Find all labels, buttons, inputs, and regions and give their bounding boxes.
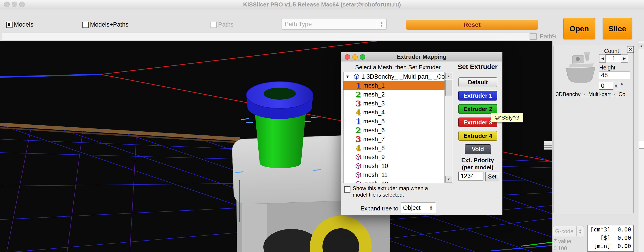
path-type-value: Path Type: [282, 21, 377, 28]
extruder-number-icon: 2: [353, 90, 363, 99]
dialog-title: Extruder Mapping: [341, 52, 502, 61]
extruder-mapping-dialog: Extruder Mapping Select a Mesh, then Set…: [341, 52, 502, 215]
scroll-down-icon[interactable]: ▼: [446, 176, 452, 183]
tree-item-label: mesh_10: [363, 163, 388, 170]
dialog-subtitle: Select a Mesh, then Set Extruder: [343, 64, 452, 71]
cube-icon: [353, 73, 360, 80]
extruder-number-icon: 4: [353, 108, 363, 117]
z-slider-thumb[interactable]: [544, 141, 552, 150]
kisslicer-window: KISSlicer PRO v1.5 Release Mac64 (setar@…: [0, 0, 644, 252]
tree-root-row[interactable]: ▼ 1 3DBenchy_-_Multi-part_-_Co: [344, 72, 453, 81]
tree-item-mesh-4[interactable]: 4 mesh_4: [344, 108, 453, 117]
show-map-checkbox[interactable]: [344, 186, 350, 193]
models-label: Models: [14, 21, 33, 28]
expand-tree-dropdown[interactable]: Object ▲▼: [400, 202, 436, 213]
stats-box: [cm^3]0.00 [$]0.00 [min]0.00: [587, 225, 634, 252]
tree-item-label: mesh_1: [363, 82, 385, 89]
tree-item-label: mesh_5: [363, 118, 385, 125]
dialog-titlebar[interactable]: Extruder Mapping: [341, 52, 502, 61]
expand-tree-label: Expand tree to: [348, 205, 398, 212]
model-thumbnail[interactable]: [564, 48, 597, 86]
bed-grid-vertical-lines: [7, 127, 136, 252]
tree-item-mesh-7[interactable]: 3 mesh_7: [344, 135, 453, 144]
ext-priority-label: Ext. Priority: [453, 157, 502, 164]
extruder-4-button[interactable]: Extruder 4: [458, 131, 497, 141]
extruder-1-button[interactable]: Extruder 1: [458, 91, 497, 101]
count-field[interactable]: 1: [606, 54, 622, 62]
benchy-left-wall: [242, 203, 267, 252]
tree-item-label: mesh_2: [363, 91, 385, 98]
list-scrollbar[interactable]: ▲ ▼: [444, 72, 453, 183]
tree-item-label: mesh_12: [363, 180, 388, 183]
tree-item-mesh-3[interactable]: 3 mesh_3: [344, 99, 453, 108]
tree-item-mesh-12[interactable]: mesh_12: [344, 179, 453, 183]
tree-item-mesh-6[interactable]: 2 mesh_6: [344, 126, 453, 135]
rotation-field[interactable]: 0: [599, 82, 614, 90]
radio-dot-icon: [8, 23, 10, 26]
extruder-number-icon: 1: [353, 81, 363, 90]
extruder-number-icon: 3: [353, 135, 363, 144]
path-percent-slider[interactable]: [2, 33, 536, 40]
disclosure-triangle-icon[interactable]: ▼: [345, 74, 352, 79]
dialog-zoom-button[interactable]: [360, 54, 365, 60]
window-title: KISSlicer PRO v1.5 Release Mac64 (setar@…: [0, 0, 644, 9]
scroll-up-icon[interactable]: ▲: [446, 73, 452, 79]
tree-item-mesh-1[interactable]: 1 mesh_1: [344, 81, 453, 90]
z-value: 0.100: [554, 245, 567, 252]
panel-scrollbar[interactable]: ▲: [638, 41, 644, 252]
tree-item-mesh-5[interactable]: 1 mesh_5: [344, 117, 453, 126]
open-button[interactable]: Open: [564, 18, 595, 39]
void-button[interactable]: Void: [465, 144, 491, 154]
remove-model-button[interactable]: X: [627, 46, 634, 53]
tree-item-label: mesh_6: [363, 127, 385, 134]
tree-item-mesh-2[interactable]: 2 mesh_2: [344, 90, 453, 99]
height-label: Height: [599, 64, 615, 71]
dialog-close-button[interactable]: [344, 54, 350, 60]
per-model-label: (per model): [453, 164, 502, 171]
slider-thumb[interactable]: [530, 33, 536, 39]
extruder-2-button[interactable]: Extruder 2: [458, 104, 497, 114]
cube-icon: [354, 172, 362, 178]
gcode-dropdown: G-code ▲▼: [553, 226, 584, 236]
tree-item-label: mesh_7: [363, 136, 385, 143]
paths-checkbox: [210, 22, 217, 28]
tree-item-mesh-11[interactable]: mesh_11: [344, 170, 453, 179]
models-radio[interactable]: [6, 22, 12, 28]
slice-button[interactable]: Slice: [603, 18, 632, 39]
list-scrollbar-thumb[interactable]: [446, 80, 452, 96]
tree-item-label: mesh_9: [363, 154, 385, 161]
reset-button[interactable]: Reset: [406, 20, 538, 30]
expand-tree-value: Object: [401, 204, 426, 211]
show-map-label: Show this extruder map when a model tile…: [353, 185, 442, 198]
tree-item-label: mesh_3: [363, 100, 385, 107]
tree-item-label: mesh_4: [363, 109, 385, 116]
cube-icon: [354, 163, 362, 169]
tree-item-mesh-9[interactable]: mesh_9: [344, 153, 453, 161]
path-type-dropdown: Path Type ▲▼: [281, 19, 386, 29]
cube-icon: [354, 154, 362, 160]
tree-item-label: mesh_8: [363, 145, 385, 152]
rotation-spinner-icons[interactable]: ▲▼: [613, 82, 619, 90]
model-name-label: 3DBenchy_-_Multi-part_-_Co: [556, 91, 632, 97]
titlebar: KISSlicer PRO v1.5 Release Mac64 (setar@…: [0, 0, 644, 9]
default-extruder-button[interactable]: Default: [458, 77, 497, 87]
panel-scrollbar-thumb[interactable]: [639, 141, 644, 148]
path-percent-label: Path%: [540, 33, 558, 40]
gcode-value: G-code: [553, 228, 576, 235]
dialog-minimize-button[interactable]: [352, 54, 358, 60]
tree-root-label: 1 3DBenchy_-_Multi-part_-_Co: [362, 73, 445, 80]
height-field[interactable]: 48: [599, 71, 630, 79]
tree-item-mesh-8[interactable]: 4 mesh_8: [344, 144, 453, 153]
scroll-up-icon[interactable]: ▲: [638, 43, 644, 49]
priority-input[interactable]: 1234: [458, 172, 484, 180]
count-increment-icon[interactable]: ▶: [621, 54, 628, 63]
extruder-number-icon: 2: [353, 126, 363, 135]
paths-label: Paths: [218, 21, 234, 28]
models-paths-checkbox[interactable]: [82, 22, 89, 28]
time-stat: [min]0.00: [588, 242, 633, 250]
tree-item-mesh-10[interactable]: mesh_10: [344, 161, 453, 170]
set-priority-button[interactable]: Set: [485, 172, 499, 181]
set-extruder-heading: Set Extruder: [453, 63, 502, 71]
stepper-arrows-icon: ▲▼: [426, 203, 436, 213]
count-decrement-icon[interactable]: ◀: [599, 54, 606, 63]
